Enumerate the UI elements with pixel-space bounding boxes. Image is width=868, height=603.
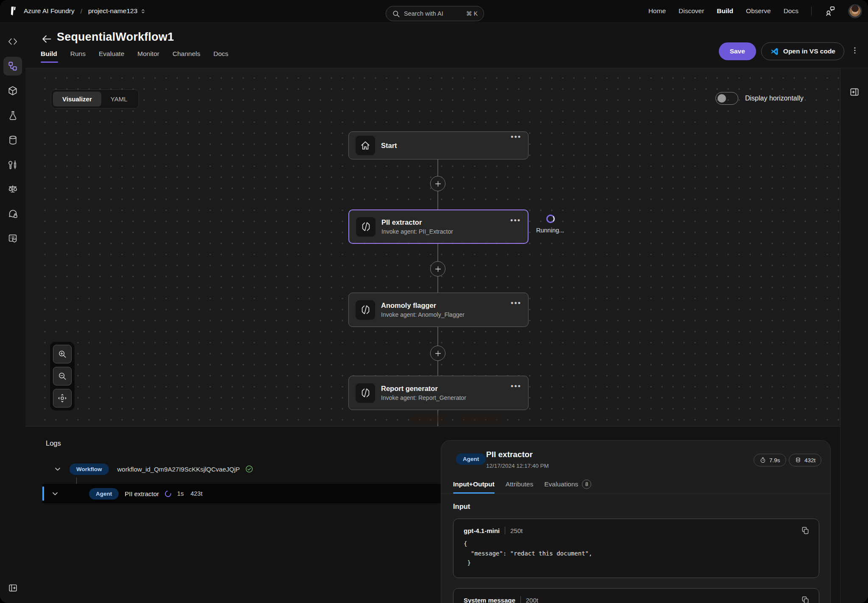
input-section-heading: Input — [453, 502, 470, 511]
copy-icon[interactable] — [801, 596, 810, 603]
view-visualizer[interactable]: Visualizer — [53, 92, 101, 106]
project-name[interactable]: project-name123 — [88, 7, 146, 15]
node-menu-button[interactable]: ••• — [511, 299, 521, 308]
search-bar[interactable]: ⌘ K — [386, 6, 484, 21]
copy-icon[interactable] — [801, 526, 810, 535]
zoom-out-icon — [58, 371, 67, 381]
app-shell: Azure AI Foundry / project-name123 ⌘ K H… — [0, 0, 868, 603]
sidebar-expand-button[interactable] — [3, 578, 22, 597]
experiments-icon — [8, 110, 18, 121]
sidebar-item-evaluations[interactable] — [3, 180, 22, 198]
back-button[interactable] — [41, 33, 53, 45]
tokens-pill: 432t — [789, 454, 821, 466]
display-horizontally-switch[interactable] — [715, 92, 738, 105]
agent-icon — [360, 221, 372, 232]
node-menu-button[interactable]: ••• — [511, 133, 521, 142]
display-horizontally-label: Display horizontally — [745, 95, 804, 102]
divider — [520, 596, 521, 603]
feedback-icon[interactable] — [824, 6, 835, 17]
user-avatar[interactable] — [848, 4, 862, 18]
expand-sidebar-icon — [8, 583, 18, 593]
node-pii-extractor[interactable]: PII extractor Invoke agent: PII_Extracto… — [348, 209, 529, 244]
add-node-button[interactable] — [430, 346, 445, 361]
tab-attributes[interactable]: Attributes — [506, 480, 533, 494]
divider — [505, 527, 505, 534]
node-menu-button[interactable]: ••• — [511, 382, 521, 391]
tab-input-output[interactable]: Input+Output — [453, 480, 495, 494]
more-options-button[interactable] — [849, 45, 860, 56]
open-right-panel-button[interactable] — [848, 85, 861, 99]
view-yaml[interactable]: YAML — [101, 92, 137, 106]
canvas-gutter — [25, 68, 36, 426]
node-anomoly-flagger[interactable]: Anomoly flagger Invoke agent: Anomoly_Fl… — [348, 293, 529, 327]
zoom-in-button[interactable] — [53, 345, 72, 363]
add-node-button[interactable] — [430, 176, 445, 191]
agent-badge: Agent — [89, 488, 119, 500]
tab-monitor[interactable]: Monitor — [137, 50, 159, 63]
sidebar-item-workflows[interactable] — [3, 57, 22, 75]
node-start[interactable]: Start ••• — [348, 131, 529, 159]
canvas-zoom-toolbar — [50, 342, 75, 410]
header-actions: Save Open in VS code — [719, 42, 844, 60]
nav-observe[interactable]: Observe — [746, 7, 771, 15]
tab-build[interactable]: Build — [41, 50, 57, 63]
workflow-badge: Workflow — [70, 463, 109, 475]
tab-evaluate[interactable]: Evaluate — [99, 50, 124, 63]
detail-tabs: Input+Output Attributes Evaluations 8 — [453, 480, 591, 494]
view-mode-toggle: Visualizer YAML — [51, 89, 139, 109]
nav-home[interactable]: Home — [648, 7, 666, 15]
node-report-generator[interactable]: Report generator Invoke agent: Report_Ge… — [348, 376, 529, 410]
tab-runs[interactable]: Runs — [70, 50, 86, 63]
back-arrow-icon — [41, 33, 53, 45]
node-title: Anomoly flagger — [381, 302, 505, 310]
project-switcher-icon[interactable] — [140, 8, 146, 14]
sidebar-item-experiments[interactable] — [3, 106, 22, 125]
add-node-button[interactable] — [430, 261, 445, 276]
save-button[interactable]: Save — [719, 42, 756, 60]
sidebar-item-data[interactable] — [3, 131, 22, 149]
tools-icon — [8, 159, 18, 170]
tab-evaluations[interactable]: Evaluations 8 — [544, 480, 591, 494]
system-message-title: System message — [464, 597, 515, 603]
model-name: gpt-4.1-mini — [464, 527, 500, 534]
pan-fit-button[interactable] — [53, 389, 72, 408]
expand-panel-icon — [849, 87, 860, 98]
card-tokens: 250t — [510, 527, 523, 534]
nav-docs[interactable]: Docs — [784, 7, 798, 15]
guardrails-icon — [8, 233, 18, 244]
node-subtitle: Invoke agent: PII_Extractor — [381, 228, 504, 235]
app-name[interactable]: Azure AI Foundry — [24, 7, 75, 15]
open-vscode-button[interactable]: Open in VS code — [761, 42, 844, 60]
agent-icon — [360, 387, 371, 399]
system-message-card: System message 200t — [453, 588, 819, 603]
detail-timestamp: 12/17/2024 12:17:40 PM — [486, 463, 549, 469]
node-menu-button[interactable]: ••• — [510, 216, 521, 225]
node-title: Report generator — [381, 385, 505, 393]
sidebar-item-models[interactable] — [3, 81, 22, 100]
workflow-canvas[interactable]: Visualizer YAML Display horizontally Sta… — [36, 68, 840, 426]
code-icon — [7, 36, 18, 47]
zoom-out-button[interactable] — [53, 367, 72, 385]
stopwatch-icon — [760, 457, 766, 463]
running-label: Running... — [536, 227, 587, 234]
sidebar-item-safety[interactable] — [3, 204, 22, 223]
search-shortcut: ⌘ K — [466, 10, 478, 17]
node-icon-tile — [356, 217, 376, 237]
tab-channels[interactable]: Channels — [172, 50, 200, 63]
chevron-down-icon[interactable] — [51, 489, 59, 498]
sidebar-item-tools[interactable] — [3, 155, 22, 174]
search-input[interactable] — [404, 10, 455, 17]
kebab-icon — [851, 46, 859, 55]
log-row-workflow[interactable]: Workflow workflow_id_Qm9A27I9ScKKsjlQCva… — [45, 461, 253, 477]
nav-discover[interactable]: Discover — [679, 7, 704, 15]
tab-docs[interactable]: Docs — [213, 50, 228, 63]
log-row-agent[interactable]: Agent PII extractor 1s 423t — [42, 484, 441, 503]
nav-build[interactable]: Build — [717, 7, 733, 15]
sidebar-item-code[interactable] — [3, 32, 22, 51]
input-message-card: gpt-4.1-mini 250t { "message": "redact t… — [453, 519, 819, 578]
topbar: Azure AI Foundry / project-name123 ⌘ K H… — [0, 0, 868, 22]
chevron-down-icon[interactable] — [53, 465, 62, 473]
node-title: PII extractor — [381, 218, 504, 226]
plus-icon — [434, 349, 442, 357]
sidebar-item-guardrails[interactable] — [3, 229, 22, 248]
